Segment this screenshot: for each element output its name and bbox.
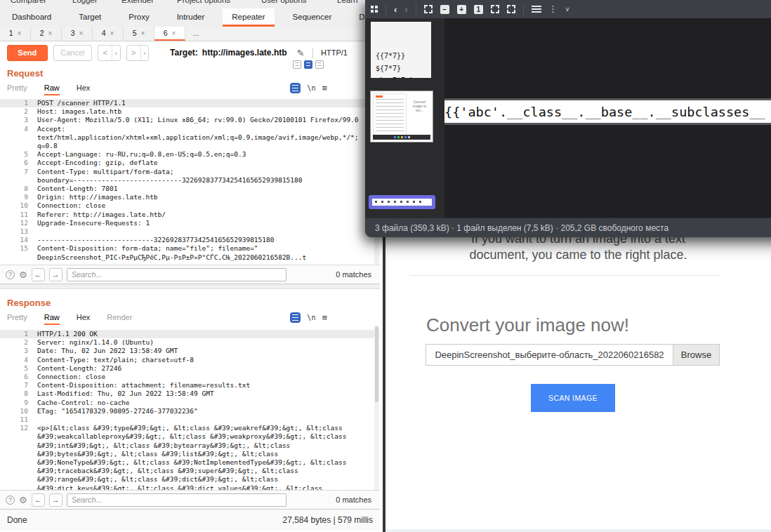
burp-module-tab[interactable]: User options — [261, 0, 307, 4]
request-view-tab[interactable]: Hex — [77, 81, 91, 95]
search-prev-button[interactable]: ← — [32, 268, 45, 281]
burp-top-tab-row: ComparerLoggerExtenderProject optionsUse… — [0, 0, 380, 8]
send-button[interactable]: Send — [7, 45, 48, 61]
menu-icon[interactable]: ≡ — [322, 83, 327, 93]
burp-module-tab[interactable]: Logger — [72, 0, 98, 4]
response-line: 4Content-Type: text/plain; charset=utf-8 — [0, 356, 380, 364]
fullscreen-icon[interactable] — [507, 5, 515, 13]
response-view-tab[interactable]: Hex — [77, 310, 91, 325]
request-line: DeepinScreenshot_РІС‹Р±РµСЂРёС‚Рµ-РѕР±Р»… — [0, 253, 380, 262]
repeater-tab[interactable]: 2× — [31, 27, 62, 41]
selected-image-thumbnail[interactable] — [369, 195, 435, 209]
layout-single-icon[interactable] — [315, 60, 324, 69]
burp-module-tab[interactable]: Extender — [121, 0, 154, 4]
repeater-tab[interactable]: 5× — [124, 27, 154, 41]
browse-button[interactable]: Browse — [673, 345, 719, 365]
zoom-out-icon[interactable]: − — [440, 5, 449, 14]
payload-line: {{7*7}} — [376, 50, 426, 62]
list-view-icon[interactable] — [532, 6, 541, 13]
request-editor[interactable]: 1POST /scanner HTTP/1.1 2Host: images.la… — [0, 96, 380, 265]
request-search-input[interactable] — [67, 268, 286, 281]
repeater-tab[interactable]: ... — [185, 27, 211, 41]
burp-main-tab[interactable]: Intruder — [168, 8, 214, 27]
history-forward-button[interactable]: > ▾ — [126, 45, 149, 61]
response-scrollbar[interactable] — [374, 326, 379, 490]
thumbnail-grid-icon[interactable] — [371, 6, 378, 13]
screenshot-thumbnail[interactable]: Convert image to tex... — [370, 91, 433, 142]
image-viewer-area[interactable]: {{'abc'.__class__.__base__.__subclasses_… — [444, 18, 771, 218]
request-view-tab[interactable]: Pretty — [7, 81, 27, 95]
http-version-toggle[interactable]: HTTP/1 — [321, 48, 348, 57]
chevron-down-icon[interactable]: ▾ — [112, 46, 119, 60]
gear-icon[interactable]: ⚙ — [19, 270, 27, 279]
response-line: 9Cache-Control: no-cache — [0, 399, 380, 407]
zoom-in-icon[interactable]: + — [457, 5, 466, 14]
text-strip-preview — [372, 199, 432, 206]
response-line: 10ETag: "1654178329.90895-27246-37703223… — [0, 407, 380, 415]
burp-module-tab[interactable]: Learn — [337, 0, 357, 4]
pretty-print-icon[interactable] — [290, 312, 301, 323]
request-line: 4Accept: text/html,application/xhtml+xml… — [0, 125, 380, 151]
close-tab-icon[interactable]: × — [110, 29, 114, 37]
menu-icon[interactable]: ≡ — [322, 312, 327, 323]
burp-main-tab[interactable]: Target — [70, 8, 110, 27]
gear-icon[interactable]: ⚙ — [19, 496, 27, 505]
close-tab-icon[interactable]: × — [141, 29, 145, 37]
burp-module-tab[interactable]: Comparer — [11, 0, 46, 4]
fit-width-icon[interactable] — [491, 5, 499, 13]
chevron-down-icon[interactable]: ▾ — [140, 46, 148, 60]
search-prev-button[interactable]: ← — [32, 493, 45, 507]
actual-size-icon[interactable]: 1 — [474, 5, 483, 14]
response-view-tab[interactable]: Pretty — [7, 310, 27, 325]
history-back-button[interactable]: < ▾ — [98, 45, 120, 61]
panel-divider[interactable] — [0, 284, 380, 289]
response-search-bar: ? ⚙ ← → 0 matches — [0, 490, 380, 509]
request-view-tab[interactable]: Raw — [44, 81, 60, 95]
burp-main-tab[interactable]: Repeater — [223, 8, 274, 27]
burp-main-tab[interactable]: Dashboard — [3, 8, 60, 27]
layout-rows-icon[interactable] — [304, 60, 312, 69]
fit-window-icon[interactable] — [424, 5, 433, 13]
cancel-button[interactable]: Cancel — [53, 45, 93, 61]
file-manager-toolbar: ‹ › − + 1 ⋮ ∨ — [365, 0, 771, 18]
request-line: 15Content-Disposition: form-data; name="… — [0, 244, 380, 253]
burp-main-tab[interactable]: Proxy — [119, 8, 158, 27]
response-search-input[interactable] — [67, 493, 286, 507]
response-view-tab[interactable]: Raw — [44, 310, 60, 325]
chevron-down-icon[interactable]: ∨ — [565, 6, 570, 13]
request-line: 1POST /scanner HTTP/1.1 — [0, 99, 380, 107]
close-tab-icon[interactable]: × — [18, 29, 22, 37]
edit-target-icon[interactable]: ✎ — [297, 48, 305, 58]
close-tab-icon[interactable]: × — [172, 29, 176, 37]
scan-image-button[interactable]: SCAN IMAGE — [531, 384, 615, 412]
burp-main-tab[interactable]: Sequencer — [284, 8, 341, 27]
close-tab-icon[interactable]: × — [79, 29, 84, 37]
search-next-button[interactable]: → — [49, 493, 62, 507]
file-upload-field[interactable]: DeepinScreenshot_выберите-область_202206… — [426, 344, 720, 366]
help-icon[interactable]: ? — [6, 270, 15, 279]
repeater-tab[interactable]: 6× — [154, 27, 185, 41]
payload-text-thumbnail[interactable]: {{7*7}}${7*7}<%= 7*7 %>${{7*7}} — [371, 22, 431, 78]
request-title: Request — [7, 68, 43, 79]
payload-line: <%= 7*7 %> — [376, 74, 426, 78]
help-icon[interactable]: ? — [6, 496, 15, 505]
response-view-tab[interactable]: Render — [107, 310, 132, 325]
pretty-print-icon[interactable] — [290, 83, 301, 93]
show-newlines-icon[interactable]: \n — [307, 84, 315, 92]
request-line: 3User-Agent: Mozilla/5.0 (X11; Linux x86… — [0, 116, 380, 124]
search-next-button[interactable]: → — [49, 268, 62, 281]
more-options-icon[interactable]: ⋮ — [549, 4, 558, 14]
toolbar-separator: | — [311, 47, 314, 58]
repeater-tab[interactable]: 3× — [62, 27, 93, 41]
forward-icon[interactable]: › — [404, 4, 407, 15]
show-newlines-icon[interactable]: \n — [307, 314, 315, 321]
request-header-row: Request — [0, 62, 380, 79]
request-line: 11Referer: http://images.late.htb/ — [0, 211, 380, 219]
back-icon[interactable]: ‹ — [394, 4, 397, 15]
burp-module-tab[interactable]: Project options — [177, 0, 230, 4]
response-viewer[interactable]: 1HTTP/1.1 200 OK 2Server: nginx/1.14.0 (… — [0, 326, 380, 490]
repeater-tab[interactable]: 4× — [93, 27, 124, 41]
close-tab-icon[interactable]: × — [48, 29, 53, 37]
repeater-tab[interactable]: 1× — [0, 27, 31, 41]
layout-columns-icon[interactable] — [293, 60, 301, 69]
